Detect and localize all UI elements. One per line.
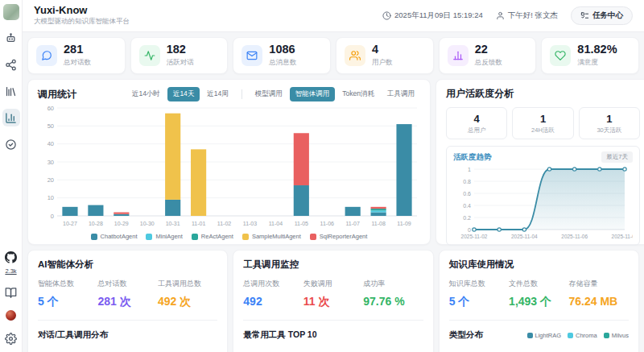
svg-text:11-08: 11-08 bbox=[371, 221, 385, 226]
kb-usage-card: 知识库使用情况 知识库总数 5 个 文件总数 1,493 个 存储容量 76.2 bbox=[439, 250, 639, 352]
share-network-icon bbox=[5, 59, 17, 71]
stat-label: 活跃对话 bbox=[167, 58, 194, 68]
metric-value: 11 次 bbox=[303, 295, 363, 309]
svg-text:11-05: 11-05 bbox=[295, 221, 308, 226]
task-center-button[interactable]: 任务中心 bbox=[571, 6, 633, 25]
github-link[interactable] bbox=[2, 248, 20, 266]
filter-token-usage[interactable]: Token消耗 bbox=[336, 87, 380, 101]
legend-item: MiniAgent bbox=[146, 233, 182, 240]
metric-label: 存储容量 bbox=[569, 279, 629, 289]
svg-text:11-09: 11-09 bbox=[397, 221, 411, 226]
page-title: Yuxi-Know bbox=[34, 5, 130, 17]
metric-label: 工具调用总数 bbox=[158, 279, 217, 289]
stat-card-feedback: 22总反馈数 bbox=[439, 37, 537, 74]
stat-label: 30天活跃 bbox=[580, 126, 639, 135]
metric-label: 失败调用 bbox=[303, 279, 363, 289]
app-logo bbox=[3, 4, 19, 20]
agent-analysis-metrics: 智能体总数 5 个 总对话数 281 次 工具调用总数 492 次 bbox=[38, 279, 217, 309]
model-hub-icon[interactable] bbox=[6, 310, 16, 321]
sidebar-item-knowledge[interactable] bbox=[2, 82, 20, 100]
user-activity-card: 用户活跃度分析 4 总用户 1 24H活跃 1 30天活跃 bbox=[436, 79, 644, 245]
stat-label: 总用户 bbox=[447, 126, 506, 135]
svg-text:10-27: 10-27 bbox=[63, 221, 77, 226]
stat-card-active-conversations: 182活跃对话 bbox=[130, 37, 229, 74]
metric-value: 5 个 bbox=[449, 295, 509, 309]
agent-analysis-card: AI智能体分析 智能体总数 5 个 总对话数 281 次 工具调用总数 492 bbox=[27, 250, 228, 352]
legend-item-lightrag: LightRAG bbox=[527, 332, 562, 339]
metric-label: 总调用次数 bbox=[243, 279, 303, 289]
sidebar: 2.3k bbox=[0, 0, 23, 352]
metric-value: 97.76 % bbox=[363, 295, 423, 308]
call-statistics-card: 调用统计 近14小时 近14天 近14周 模型调用 智能体调用 Token消耗 … bbox=[27, 79, 431, 245]
stat-value: 81.82% bbox=[577, 43, 617, 56]
analytics-chart-icon bbox=[5, 112, 17, 124]
robot-icon bbox=[5, 32, 17, 44]
settings-button[interactable] bbox=[2, 329, 20, 347]
trend-title: 活跃度趋势 bbox=[453, 152, 492, 163]
metric-conversation-total: 总对话数 281 次 bbox=[97, 279, 157, 309]
svg-text:1: 1 bbox=[468, 167, 471, 172]
metric-agent-total: 智能体总数 5 个 bbox=[38, 279, 97, 309]
svg-text:10-28: 10-28 bbox=[89, 221, 103, 226]
filter-model-calls[interactable]: 模型调用 bbox=[250, 87, 288, 101]
kpi-stats-row: 281总对话数 182活跃对话 1086总消息数 4用户数 22总反馈数 bbox=[27, 37, 639, 74]
agent-calls-bar-chart: 010203040506010-2710-2810-2910-3010-3111… bbox=[38, 101, 422, 229]
metric-label: 总对话数 bbox=[97, 279, 157, 289]
stat-label: 24H活跃 bbox=[513, 126, 572, 135]
user-greeting[interactable]: 下午好! 张文杰 bbox=[496, 10, 558, 21]
agent-analysis-title: AI智能体分析 bbox=[38, 259, 217, 271]
stat-box-30d-active: 1 30天活跃 bbox=[579, 107, 640, 139]
metric-failed-calls: 失败调用 11 次 bbox=[303, 279, 363, 309]
filter-last-14w[interactable]: 近14周 bbox=[201, 87, 233, 101]
stat-label: 总对话数 bbox=[64, 58, 91, 68]
metric-label: 成功率 bbox=[363, 279, 423, 289]
sidebar-footer: 2.3k bbox=[2, 248, 20, 347]
filter-agent-calls[interactable]: 智能体调用 bbox=[290, 87, 336, 101]
divider bbox=[38, 320, 217, 321]
stat-card-total-messages: 1086总消息数 bbox=[233, 37, 331, 74]
tool-monitor-title: 工具调用监控 bbox=[243, 259, 423, 271]
sidebar-item-analytics[interactable] bbox=[2, 109, 20, 126]
top-tools-subtitle: 最常用工具 TOP 10 bbox=[243, 329, 316, 341]
docs-link[interactable] bbox=[2, 284, 20, 301]
filter-tool-calls[interactable]: 工具调用 bbox=[382, 87, 420, 101]
metric-toolcall-total: 工具调用总数 492 次 bbox=[158, 279, 217, 309]
mail-icon bbox=[242, 45, 262, 66]
svg-text:10: 10 bbox=[47, 194, 54, 201]
user-activity-title: 用户活跃度分析 bbox=[446, 87, 640, 101]
heart-icon bbox=[550, 45, 571, 66]
metric-label: 知识库总数 bbox=[449, 279, 509, 289]
tool-monitor-metrics: 总调用次数 492 失败调用 11 次 成功率 97.76 % bbox=[243, 279, 423, 309]
stat-value: 281 bbox=[64, 43, 91, 56]
svg-text:11-01: 11-01 bbox=[192, 221, 205, 226]
sidebar-item-schedule[interactable] bbox=[2, 135, 20, 153]
page-subtitle: 大模型驱动的知识库智能体平台 bbox=[34, 17, 130, 27]
users-icon bbox=[345, 45, 365, 66]
svg-text:0: 0 bbox=[468, 227, 471, 233]
metric-label: 智能体总数 bbox=[38, 279, 97, 289]
svg-text:0.6: 0.6 bbox=[463, 191, 471, 197]
legend-item-milvus: Milvus bbox=[604, 332, 629, 339]
svg-text:0.4: 0.4 bbox=[463, 203, 471, 209]
legend-item: ReActAgent bbox=[192, 233, 233, 240]
svg-text:10-31: 10-31 bbox=[166, 221, 180, 226]
github-stars[interactable]: 2.3k bbox=[5, 267, 16, 275]
svg-text:2025-11-08: 2025-11-08 bbox=[612, 234, 633, 239]
svg-text:2025-11-04: 2025-11-04 bbox=[511, 234, 538, 239]
chat-bubble-icon bbox=[36, 45, 57, 66]
divider bbox=[243, 320, 423, 321]
metric-value: 281 次 bbox=[97, 295, 157, 309]
metric-value: 492 bbox=[243, 295, 303, 308]
clock-check-icon bbox=[5, 139, 17, 151]
filter-last-14h[interactable]: 近14小时 bbox=[126, 87, 166, 101]
sidebar-item-agents[interactable] bbox=[2, 29, 20, 47]
metric-storage: 存储容量 76.24 MB bbox=[569, 279, 629, 309]
stat-card-total-conversations: 281总对话数 bbox=[27, 37, 126, 74]
github-icon bbox=[5, 251, 17, 263]
distribution-subtitle: 对话/工具调用分布 bbox=[38, 329, 108, 341]
sidebar-item-workflow[interactable] bbox=[2, 56, 20, 73]
filter-last-14d[interactable]: 近14天 bbox=[167, 87, 200, 101]
kb-usage-metrics: 知识库总数 5 个 文件总数 1,493 个 存储容量 76.24 MB bbox=[449, 279, 629, 309]
stat-box-24h-active: 1 24H活跃 bbox=[512, 107, 573, 139]
metric-value: 1,493 个 bbox=[509, 295, 568, 309]
